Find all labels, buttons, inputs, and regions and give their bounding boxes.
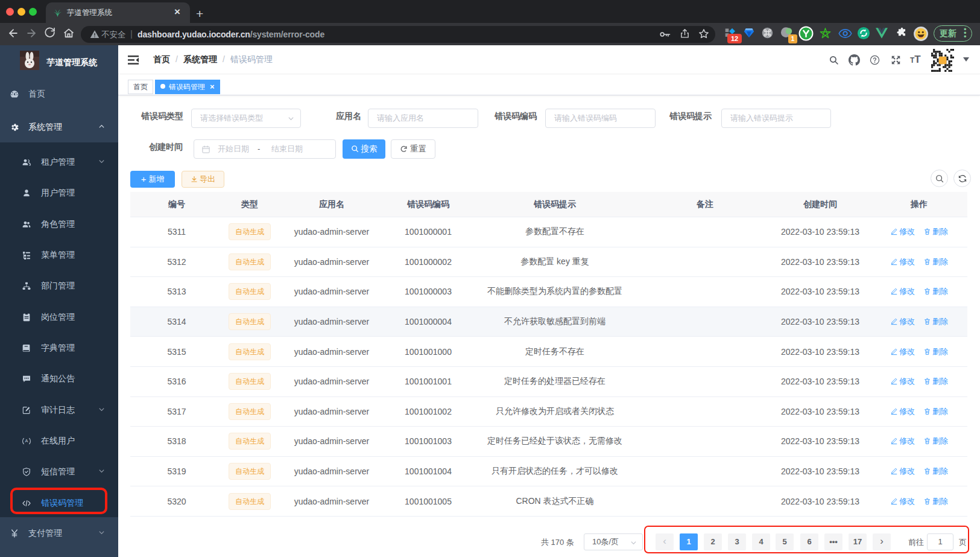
svg-text:A: A xyxy=(25,438,28,444)
